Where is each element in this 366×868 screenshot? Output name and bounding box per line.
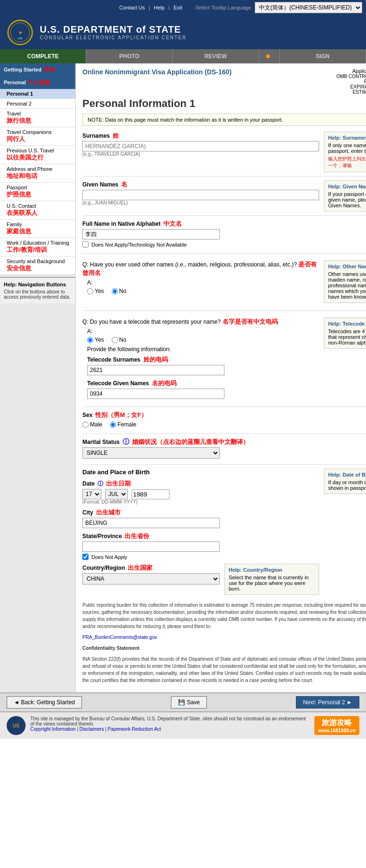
birth-state-label-row: State/Province 出生省份: [82, 532, 319, 540]
marital-section: Marital Status ⓘ 婚姻状况（点右边的蓝圈儿查看中文翻译） SIN…: [82, 438, 366, 459]
telecode-help-box: Help: Telecode Telecodes are 4 digit cod…: [324, 318, 366, 349]
sex-male-label[interactable]: Male: [82, 421, 102, 428]
sex-label-row: Sex 性别（男M；女F）: [82, 411, 366, 419]
birth-state-annotation: 出生省份: [125, 532, 149, 540]
telecode-no-radio[interactable]: [112, 337, 118, 343]
birth-city-input[interactable]: [82, 518, 220, 528]
sidebar: Getting Started 开始 Personal 个人信息 Persona…: [0, 63, 76, 692]
other-names-question: Q: Have you ever used other names (i.e.,…: [82, 260, 319, 277]
other-names-yes-label[interactable]: Yes: [87, 288, 104, 294]
sidebar-contact-label: U.S. Contact: [7, 203, 36, 209]
save-button[interactable]: 💾 Save: [171, 696, 207, 709]
language-select[interactable]: 中文(简体）(CHINESE-SIMPLIFIED): [255, 2, 362, 13]
native-name-checkbox-label: Does Not Apply/Technology Not Available: [91, 242, 187, 248]
marital-info-icon[interactable]: ⓘ: [123, 438, 129, 446]
sidebar-help-title: Help: Navigation Buttons: [4, 282, 71, 287]
app-meta: OMB CONTROL NUMBER: 1405-0182 FORM NUMBE…: [336, 74, 366, 95]
legal-link[interactable]: PRA_BurdenComments@state.gov: [82, 635, 157, 640]
tab-review[interactable]: REVIEW: [173, 49, 259, 63]
other-names-no-label[interactable]: No: [112, 288, 126, 294]
native-name-label: Full Name in Native Alphabet: [82, 221, 161, 227]
sidebar-item-travel[interactable]: Travel 旅行信息: [0, 109, 75, 127]
sidebar-item-work[interactable]: Work / Education / Training 工作/教育/培训: [0, 238, 75, 257]
sidebar-item-personal2[interactable]: Personal 2: [0, 99, 75, 109]
native-name-input[interactable]: [82, 229, 220, 239]
sidebar-item-personal1[interactable]: Personal 1: [0, 89, 75, 99]
telecode-yes-label[interactable]: Yes: [87, 337, 104, 343]
help-link[interactable]: Help: [154, 5, 165, 10]
native-name-checkbox[interactable]: [82, 241, 89, 248]
telecode-given-input[interactable]: [87, 389, 224, 399]
sidebar-personal-label: Personal: [4, 80, 26, 85]
sidebar-item-personal[interactable]: Personal 个人信息: [0, 76, 75, 89]
telecode-yes-radio[interactable]: [87, 337, 93, 343]
footer-text-block: This site is managed by the Bureau of Co…: [30, 716, 310, 732]
sex-female-label[interactable]: Female: [110, 421, 136, 428]
sidebar-address-annotation: 地址和电话: [7, 172, 71, 180]
sidebar-passport-annotation: 护照信息: [7, 190, 71, 199]
birth-state-input[interactable]: [82, 541, 220, 552]
footer-paperwork-link[interactable]: Paperwork Reduction Act: [108, 726, 161, 732]
other-names-yes-radio[interactable]: [87, 288, 93, 294]
sidebar-personal2-label: Personal 2: [7, 101, 32, 106]
sidebar-item-getting-started[interactable]: Getting Started 开始: [0, 63, 75, 76]
native-name-label-row: Full Name in Native Alphabet 中文名: [82, 220, 366, 228]
legal-text2: INA Section 222(f) provides that the rec…: [82, 655, 366, 684]
back-button[interactable]: ◄ Back: Getting Started: [7, 696, 82, 709]
surnames-help-box: Help: Surnames If only one name is liste…: [324, 132, 366, 172]
marital-select[interactable]: SINGLE MARRIED WIDOWED DIVORCED SEPARATE…: [82, 447, 220, 459]
tab-complete[interactable]: COMPLETE: [0, 49, 86, 63]
sidebar-item-us-contact[interactable]: U.S. Contact 在美联系人: [0, 201, 75, 220]
footer-copyright-link[interactable]: Copyright Information: [30, 726, 76, 732]
telecode-section: Q: Do you have a telecode that represent…: [82, 315, 366, 402]
surnames-hint: (e.g., TRAVELER GARCIA): [82, 151, 319, 157]
sex-female-radio[interactable]: [110, 422, 116, 428]
other-names-no-radio[interactable]: [112, 288, 118, 294]
birth-country-select[interactable]: CHINA UNITED STATES OTHER: [82, 573, 220, 585]
sidebar-security-annotation: 安全信息: [7, 264, 71, 273]
telecode-no-label[interactable]: No: [112, 337, 126, 343]
telecode-no-text: No: [119, 337, 126, 343]
sidebar-item-passport[interactable]: Passport 护照信息: [0, 183, 75, 201]
sidebar-item-security[interactable]: Security and Background 安全信息: [0, 257, 75, 275]
surnames-input[interactable]: [82, 141, 319, 151]
sidebar-work-label: Work / Education / Training: [7, 240, 69, 246]
birth-country-help-text: Select the name that is currently in use…: [229, 575, 315, 592]
tab-sign[interactable]: SIGN: [280, 49, 366, 63]
sidebar-prev-travel-label: Previous U.S. Travel: [7, 148, 54, 153]
other-names-help-box: Help: Other Names Other names used inclu…: [324, 260, 366, 303]
marital-label-row: Marital Status ⓘ 婚姻状况（点右边的蓝圈儿查看中文翻译）: [82, 438, 366, 446]
sidebar-item-family[interactable]: Family 家庭信息: [0, 220, 75, 238]
note-box: NOTE: Data on this page must match the i…: [82, 114, 366, 126]
tab-photo[interactable]: PHOTO: [86, 49, 172, 63]
telecode-surnames-input[interactable]: [87, 365, 224, 375]
birth-day-select[interactable]: 17: [82, 489, 101, 499]
tab-review-label: REVIEW: [205, 53, 227, 60]
page-title: Personal Information 1: [82, 97, 366, 110]
us-seal-icon: ★ USA: [7, 19, 33, 45]
sidebar-item-previous-travel[interactable]: Previous U.S. Travel 以往美国之行: [0, 146, 75, 164]
birth-year-input[interactable]: [132, 489, 170, 499]
sidebar-item-address[interactable]: Address and Phone 地址和电话: [0, 164, 75, 183]
contact-us-link[interactable]: Contact Us: [119, 5, 145, 10]
sidebar-item-travel-companions[interactable]: Travel Companions 同行人: [0, 127, 75, 146]
footer-disclaimers-link[interactable]: Disclaimers: [80, 726, 104, 732]
given-names-main: Given Names 名 (e.g., JUAN MIGUEL): [82, 180, 319, 206]
other-names-no-text: No: [119, 288, 126, 294]
telecode-given-label-row: Telecode Given Names 名的电码: [87, 379, 319, 388]
sex-male-radio[interactable]: [82, 422, 89, 428]
birth-format-hint: (Format: DD-MMM-YYYY): [82, 499, 319, 505]
app-header: Online Nonimmigrant Visa Application (DS…: [82, 68, 366, 95]
sidebar-passport-label: Passport: [7, 185, 27, 190]
birth-month-select[interactable]: JUL: [105, 489, 128, 499]
birth-date-label-row: Date ⓘ 出生日期: [82, 479, 319, 488]
telecode-answer: A: Yes No Provide the following info: [87, 328, 319, 399]
svg-text:USA: USA: [18, 37, 22, 40]
next-button[interactable]: Next: Personal 2 ►: [296, 696, 359, 709]
birth-date-info-icon[interactable]: ⓘ: [98, 480, 103, 488]
surnames-help-text2: 输入您护照上列出的所有姓氏。如果只有一个，请输: [328, 156, 366, 169]
birth-state-na-checkbox[interactable]: [82, 554, 89, 560]
exit-link[interactable]: Exit: [173, 5, 182, 10]
given-names-input[interactable]: [82, 190, 319, 200]
birth-date-label: Date: [82, 480, 95, 487]
